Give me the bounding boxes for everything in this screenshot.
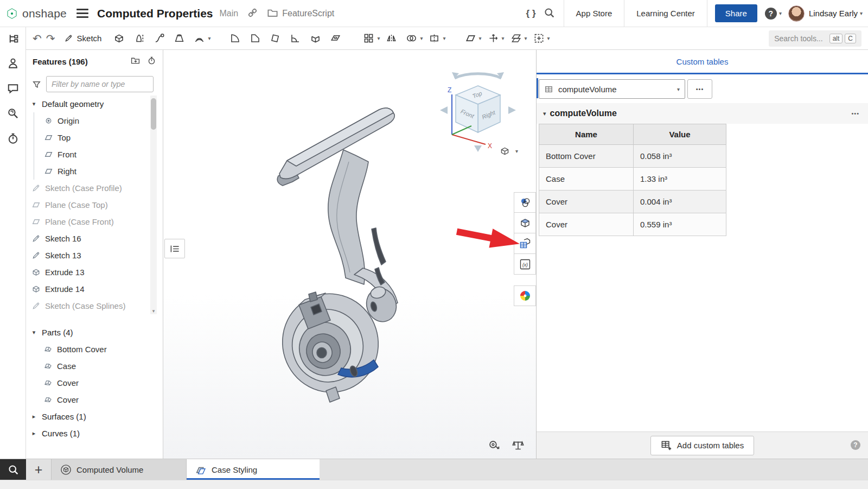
onshape-logo[interactable]: onshape	[5, 7, 67, 20]
fillet-tool-button[interactable]	[225, 29, 245, 48]
compute-volume-section-header[interactable]: ▾ computeVolume •••	[537, 103, 868, 124]
sweep-tool-button[interactable]	[149, 29, 169, 48]
scrollbar-thumb[interactable]	[151, 98, 156, 130]
chevron-down-icon[interactable]: ▾	[30, 100, 37, 107]
sketch-button[interactable]: Sketch	[64, 34, 102, 43]
feature-item-sketch-16[interactable]: Sketch 16	[26, 230, 163, 247]
user-name[interactable]: Lindsay Early	[809, 9, 858, 18]
chevron-right-icon[interactable]: ▸	[30, 413, 37, 420]
search-icon[interactable]	[544, 7, 555, 20]
curves-group[interactable]: ▸ Curves (1)	[26, 425, 163, 442]
features-scrollbar[interactable]: ▾	[150, 96, 157, 314]
parts-group[interactable]: ▾ Parts (4)	[26, 324, 163, 341]
share-button[interactable]: Share	[715, 4, 757, 22]
named-views-toggle[interactable]	[514, 213, 536, 233]
hole-tool-button[interactable]	[326, 29, 346, 48]
rotate-right-arrow[interactable]	[508, 106, 516, 114]
thicken-tool-button[interactable]	[189, 29, 209, 48]
extrude-tool-button[interactable]	[109, 29, 129, 48]
selection-box-tool-button[interactable]	[529, 29, 549, 48]
part-item-cover-1[interactable]: Cover	[26, 374, 163, 391]
split-tool-button[interactable]	[424, 29, 444, 48]
history-icon[interactable]	[7, 132, 20, 147]
custom-tables-toggle[interactable]	[514, 233, 536, 254]
table-select-dropdown[interactable]: computeVolume ▾	[539, 79, 685, 99]
feature-manager-icon[interactable]	[7, 32, 20, 47]
rotate-down-arrow[interactable]	[474, 145, 482, 152]
feature-item-plane-case-front[interactable]: Plane (Case Front)	[26, 213, 163, 230]
new-folder-icon[interactable]	[131, 56, 140, 67]
tab-computed-volume[interactable]: Computed Volume	[51, 459, 187, 480]
chamfer-tool-button[interactable]	[245, 29, 265, 48]
feature-item-front-plane[interactable]: Front	[34, 146, 163, 163]
follow-mode-icon[interactable]	[7, 57, 20, 72]
workspace-label[interactable]: Main	[220, 9, 239, 18]
measure-icon[interactable]	[488, 439, 501, 453]
link-icon[interactable]	[247, 7, 258, 20]
chevron-down-icon[interactable]: ▾	[479, 35, 482, 41]
reference-lookup-icon[interactable]	[7, 107, 20, 122]
chevron-down-icon[interactable]: ▾	[443, 35, 445, 41]
mass-properties-icon[interactable]	[512, 439, 525, 453]
filter-input[interactable]	[46, 76, 154, 92]
dialog-list-toggle[interactable]	[164, 239, 185, 258]
user-avatar[interactable]	[788, 5, 805, 22]
feature-item-extrude-13[interactable]: Extrude 13	[26, 264, 163, 281]
chevron-down-icon[interactable]: ▾	[420, 35, 423, 41]
chevron-right-icon[interactable]: ▸	[30, 430, 37, 437]
transform-tool-button[interactable]	[483, 29, 503, 48]
chevron-down-icon[interactable]: ▾	[547, 35, 550, 41]
part-item-bottom-cover[interactable]: Bottom Cover	[26, 341, 163, 358]
appearance-panel-toggle[interactable]	[514, 192, 536, 213]
section-menu-button[interactable]: •••	[851, 110, 859, 117]
comments-icon[interactable]	[7, 82, 20, 97]
reference-document-label[interactable]: FeatureScript	[282, 9, 334, 18]
plane-tool-button[interactable]	[461, 29, 481, 48]
add-tab-button[interactable]: +	[26, 459, 51, 480]
undo-button[interactable]: ↶	[33, 33, 42, 44]
app-store-button[interactable]: App Store	[564, 0, 624, 27]
chevron-down-icon[interactable]: ▾	[525, 35, 527, 41]
feature-item-sketch-13[interactable]: Sketch 13	[26, 247, 163, 264]
feature-item-top-plane[interactable]: Top	[34, 129, 163, 146]
chevron-down-icon[interactable]: ▾	[208, 35, 210, 41]
table-menu-button[interactable]: •••	[687, 79, 712, 99]
linear-pattern-tool-button[interactable]	[359, 29, 379, 48]
scroll-down-arrow[interactable]: ▾	[150, 308, 157, 314]
search-tools[interactable]: Search tools... alt C	[769, 30, 861, 47]
feature-item-plane-case-top[interactable]: Plane (Case Top)	[26, 196, 163, 213]
part-item-cover-2[interactable]: Cover	[26, 391, 163, 408]
view-options-button[interactable]: ▾	[499, 145, 518, 157]
learning-center-button[interactable]: Learning Center	[624, 0, 707, 27]
feature-item-sketch-case-splines[interactable]: Sketch (Case Splines)	[26, 297, 163, 314]
render-view-toggle[interactable]	[514, 285, 536, 306]
project-tool-button[interactable]	[506, 29, 526, 48]
rib-tool-button[interactable]	[285, 29, 305, 48]
chevron-down-icon[interactable]: ▾	[30, 329, 37, 336]
chevron-down-icon[interactable]: ▾	[860, 10, 863, 16]
chevron-down-icon[interactable]: ▾	[377, 35, 380, 41]
featurescript-icon[interactable]: { }	[526, 8, 536, 19]
chevron-down-icon[interactable]: ▾	[543, 110, 546, 117]
feature-group-default-geometry[interactable]: ▾ Default geometry	[26, 96, 163, 112]
feature-item-origin[interactable]: Origin	[34, 112, 163, 129]
revolve-tool-button[interactable]	[129, 29, 149, 48]
part-item-case[interactable]: Case	[26, 358, 163, 374]
search-tabs-button[interactable]	[0, 459, 26, 480]
3d-viewport[interactable]: Top Front Right Z X ▾	[163, 50, 536, 459]
tab-case-styling[interactable]: Case Styling	[187, 459, 320, 480]
mirror-tool-button[interactable]	[381, 29, 401, 48]
surfaces-group[interactable]: ▸ Surfaces (1)	[26, 408, 163, 425]
shell-tool-button[interactable]	[305, 29, 326, 48]
draft-tool-button[interactable]	[265, 29, 285, 48]
chevron-down-icon[interactable]: ▾	[502, 35, 505, 41]
feature-item-extrude-14[interactable]: Extrude 14	[26, 281, 163, 297]
feature-item-sketch-case-profile[interactable]: Sketch (Case Profile)	[26, 180, 163, 196]
main-menu-icon[interactable]	[76, 9, 88, 18]
feature-item-right-plane[interactable]: Right	[34, 163, 163, 180]
rollback-history-icon[interactable]	[147, 56, 156, 67]
help-button[interactable]: ?	[765, 8, 777, 20]
add-custom-tables-button[interactable]: Add custom tables	[650, 436, 754, 455]
panel-help-button[interactable]: ?	[851, 440, 860, 450]
boolean-tool-button[interactable]	[401, 29, 422, 48]
